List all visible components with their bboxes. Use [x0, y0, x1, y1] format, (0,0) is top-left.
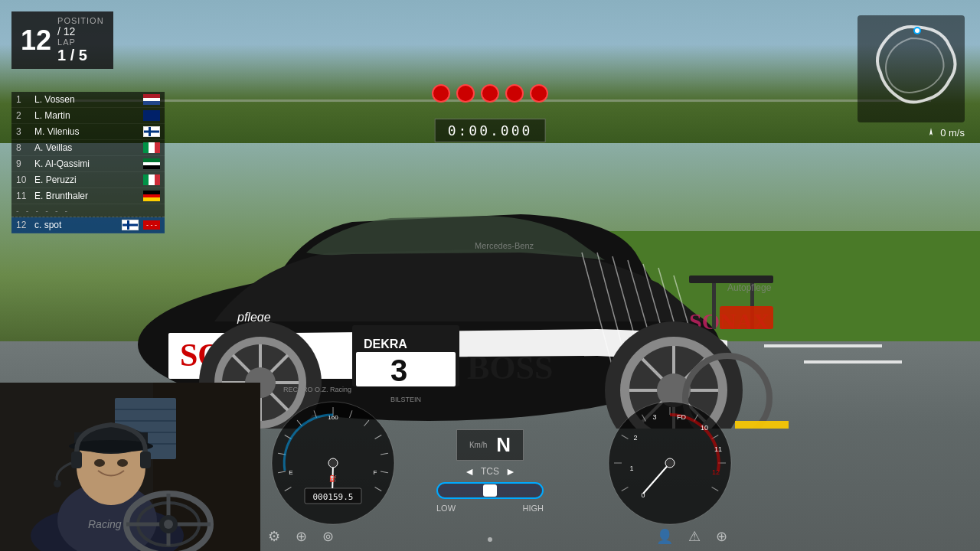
svg-text:DEKRA: DEKRA [364, 337, 407, 350]
svg-rect-38 [735, 421, 789, 429]
svg-text:BOSS: BOSS [467, 349, 554, 386]
game-background: SONAX DEKRA 3 BOSS SONAX pflege [0, 0, 980, 551]
svg-text:Mercedes-Benz: Mercedes-Benz [475, 241, 534, 250]
svg-text:Autopflege: Autopflege [727, 282, 772, 293]
svg-rect-18 [712, 283, 716, 329]
svg-point-27 [245, 367, 276, 398]
car-svg: SONAX DEKRA 3 BOSS SONAX pflege [61, 99, 789, 429]
svg-text:RECARO  O.Z. Racing: RECARO O.Z. Racing [283, 386, 351, 393]
svg-text:BILSTEIN: BILSTEIN [390, 396, 421, 403]
svg-text:3: 3 [390, 354, 407, 387]
svg-rect-37 [720, 306, 773, 329]
